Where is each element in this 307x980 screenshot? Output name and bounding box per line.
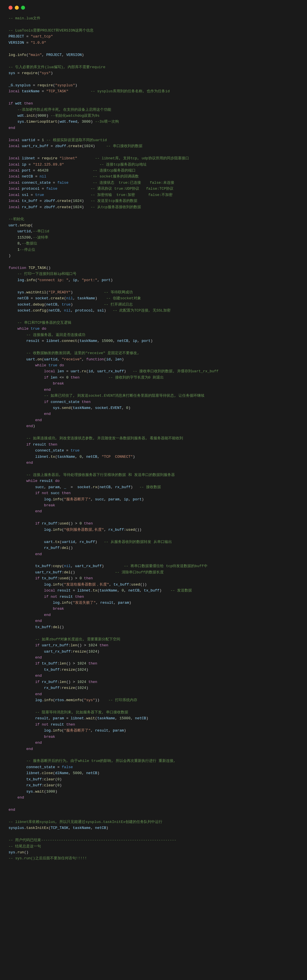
close-button[interactable] [8,6,13,10]
minimize-button[interactable] [15,6,19,10]
traffic-lights [8,6,299,10]
code-editor: -- main.lua文件 -- LuaTools需要PROJECT和VERSI… [8,15,299,862]
maximize-button[interactable] [21,6,25,10]
